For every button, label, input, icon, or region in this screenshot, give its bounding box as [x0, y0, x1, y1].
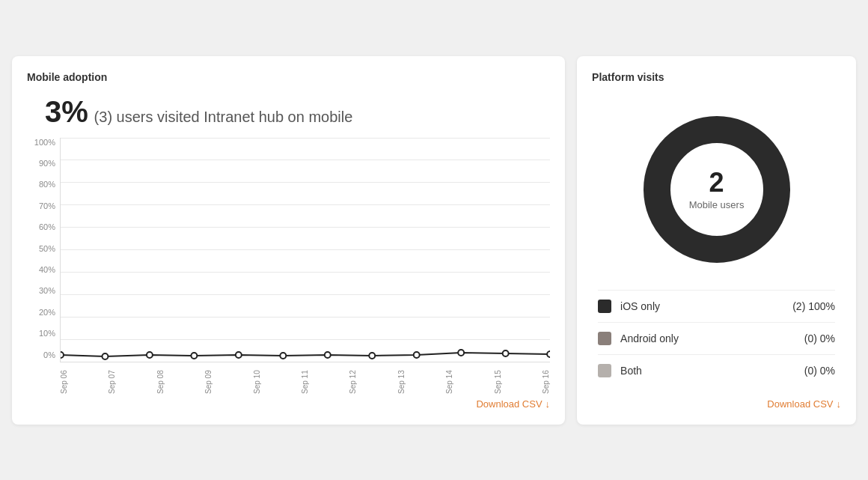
data-point-3	[191, 353, 197, 359]
y-label-50: 50%	[27, 244, 60, 253]
platform-visits-title: Platform visits	[592, 71, 841, 83]
legend-color-ios	[598, 300, 611, 313]
data-point-10	[503, 350, 509, 356]
donut-center: 2 Mobile users	[689, 168, 745, 210]
donut-chart-container: 2 Mobile users	[592, 107, 841, 272]
right-download-label: Download CSV	[767, 398, 833, 410]
data-point-1	[102, 353, 108, 359]
y-label-70: 70%	[27, 201, 60, 210]
data-point-8	[414, 352, 420, 358]
legend-name-ios: iOS only	[620, 300, 792, 312]
x-label-sep15: Sep 15	[494, 367, 502, 394]
x-label-sep09: Sep 09	[204, 367, 213, 394]
data-point-6	[325, 352, 331, 358]
x-label-sep14: Sep 14	[445, 367, 453, 394]
legend-name-android: Android only	[620, 332, 804, 344]
data-point-0	[61, 352, 64, 358]
line-chart-svg	[61, 138, 550, 362]
legend-value-both: (0) 0%	[804, 365, 835, 377]
data-point-4	[236, 352, 242, 358]
y-axis: 0% 10% 20% 30% 40% 50% 60% 70% 80% 90% 1…	[27, 138, 60, 362]
data-point-11	[547, 351, 550, 357]
legend-item-both: Both (0) 0%	[598, 354, 835, 386]
y-label-10: 10%	[27, 329, 60, 338]
x-label-sep10: Sep 10	[253, 367, 261, 394]
legend-value-android: (0) 0%	[804, 332, 835, 344]
mobile-pct: 3%	[45, 95, 88, 128]
y-label-20: 20%	[27, 308, 60, 317]
donut-wrapper: 2 Mobile users	[635, 107, 799, 272]
y-label-80: 80%	[27, 180, 60, 189]
mobile-adoption-title: Mobile adoption	[27, 71, 550, 83]
y-label-90: 90%	[27, 159, 60, 168]
platform-visits-card: Platform visits 2 Mobile users iOS	[577, 56, 856, 425]
x-axis: Sep 06 Sep 07 Sep 08 Sep 09 Sep 10 Sep 1…	[60, 362, 550, 392]
mobile-stat-text: 3% (3) users visited Intranet hub on mob…	[27, 95, 550, 129]
data-point-2	[147, 352, 153, 358]
data-point-5	[280, 353, 286, 359]
download-icon-right: ↓	[837, 398, 842, 410]
legend-value-ios: (2) 100%	[792, 300, 835, 312]
right-download-csv[interactable]: Download CSV ↓	[592, 398, 841, 410]
y-label-0: 0%	[27, 350, 60, 359]
legend-item-android: Android only (0) 0%	[598, 322, 835, 354]
download-icon-left: ↓	[545, 398, 551, 410]
line-chart-area: 0% 10% 20% 30% 40% 50% 60% 70% 80% 90% 1…	[27, 138, 550, 392]
left-download-csv[interactable]: Download CSV ↓	[27, 398, 550, 410]
x-label-sep11: Sep 11	[301, 367, 309, 394]
dashboard: Mobile adoption 3% (3) users visited Int…	[12, 56, 856, 425]
data-point-9	[458, 350, 464, 356]
line-chart-container: 0% 10% 20% 30% 40% 50% 60% 70% 80% 90% 1…	[27, 138, 550, 392]
y-label-60: 60%	[27, 222, 60, 231]
line-chart-polyline	[61, 353, 550, 356]
chart-plot	[60, 138, 550, 362]
legend-color-android	[598, 332, 611, 345]
x-label-sep07: Sep 07	[108, 367, 116, 394]
x-label-sep13: Sep 13	[397, 367, 406, 394]
y-label-30: 30%	[27, 286, 60, 295]
data-point-7	[369, 353, 375, 359]
x-label-sep06: Sep 06	[60, 367, 68, 394]
x-label-sep16: Sep 16	[542, 367, 550, 394]
y-label-40: 40%	[27, 265, 60, 274]
platform-legend: iOS only (2) 100% Android only (0) 0% Bo…	[592, 290, 841, 392]
legend-item-ios: iOS only (2) 100%	[598, 290, 835, 322]
mobile-adoption-card: Mobile adoption 3% (3) users visited Int…	[12, 56, 565, 425]
legend-name-both: Both	[620, 365, 804, 377]
legend-color-both	[598, 364, 611, 377]
x-label-sep08: Sep 08	[156, 367, 165, 394]
mobile-stat-desc: (3) users visited Intranet hub on mobile	[94, 109, 353, 125]
donut-number: 2	[689, 168, 745, 195]
y-label-100: 100%	[27, 138, 60, 147]
donut-label: Mobile users	[689, 198, 745, 210]
left-download-label: Download CSV	[476, 398, 542, 410]
x-label-sep12: Sep 12	[349, 367, 357, 394]
